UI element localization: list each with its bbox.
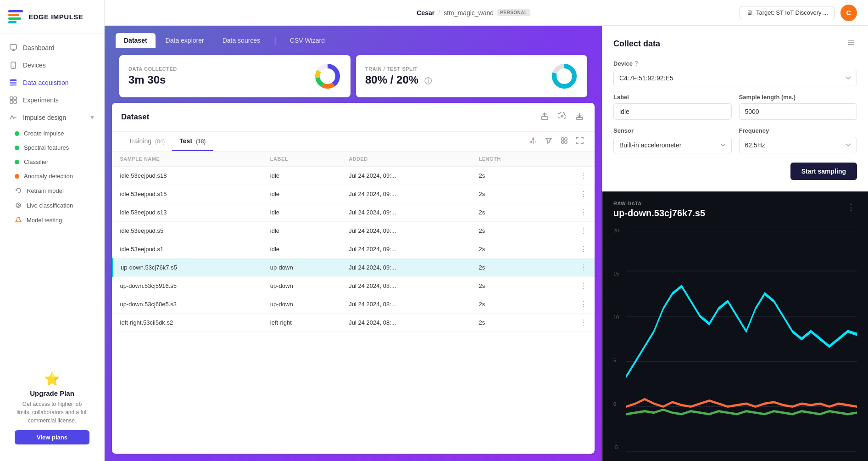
col-sample-name: SAMPLE NAME xyxy=(113,152,263,167)
stat-label-data-collected: DATA COLLECTED xyxy=(128,66,177,72)
table-row[interactable]: up-down.53cj76k7.s5 up-down Jul 24 2024,… xyxy=(113,259,595,277)
sidebar-item-create-impulse[interactable]: Create impulse xyxy=(0,126,104,141)
tab-dataset[interactable]: Dataset xyxy=(116,33,156,48)
cell-sample-name: left-right.53cii5dk.s2 xyxy=(113,314,263,332)
target-button[interactable]: 🖥 Target: ST IoT Discovery ... xyxy=(740,6,835,19)
cell-length: 2s xyxy=(472,295,549,314)
sidebar-item-experiments[interactable]: Experiments xyxy=(0,91,104,109)
label-input[interactable] xyxy=(613,103,732,120)
svg-rect-39 xyxy=(848,42,854,43)
table-row[interactable]: idle.53eejpud.s1 idle Jul 24 2024, 09:..… xyxy=(113,240,595,259)
select-all-button[interactable] xyxy=(559,135,570,148)
cell-sample-name: idle.53eejpud.s5 xyxy=(113,222,263,240)
cell-sample-name: up-down.53cj76k7.s5 xyxy=(113,259,263,277)
y-label-neg5: -5 xyxy=(613,444,619,450)
cell-menu[interactable]: ⋮ xyxy=(549,222,595,240)
device-select[interactable]: C4:7F:51:92:92:E5 xyxy=(613,70,857,86)
expand-button[interactable] xyxy=(574,135,585,148)
table-row[interactable]: idle.53eejpud.s18 idle Jul 24 2024, 09:.… xyxy=(113,167,595,185)
sidebar-item-anomaly-detection[interactable]: Anomaly detection xyxy=(0,169,104,183)
frequency-select[interactable]: 62.5Hz100Hz200Hz xyxy=(739,137,857,153)
tab-data-sources[interactable]: Data sources xyxy=(214,33,268,48)
training-count: (84) xyxy=(155,138,165,145)
cell-menu[interactable]: ⋮ xyxy=(549,167,595,185)
y-axis: 20 15 10 5 0 -5 xyxy=(613,226,619,452)
test-count: (18) xyxy=(196,138,206,145)
cell-label: idle xyxy=(263,185,341,203)
donut-chart-data-collected xyxy=(314,62,341,90)
cell-added: Jul 24 2024, 09:... xyxy=(341,240,471,259)
download-icon-button[interactable] xyxy=(573,110,585,124)
cell-sample-name: up-down.53cj5916.s5 xyxy=(113,277,263,295)
sidebar: EDGE IMPULSE Dashboard Devices Data acqu… xyxy=(0,0,105,461)
cloud-upload-icon-button[interactable] xyxy=(556,110,568,124)
sidebar-item-impulse-design[interactable]: Impulse design ▼ xyxy=(0,109,104,126)
sub-tab-test[interactable]: Test (18) xyxy=(172,132,213,151)
cell-added: Jul 24 2024, 09:... xyxy=(341,222,471,240)
cell-menu[interactable]: ⋮ xyxy=(549,314,595,332)
edge-impulse-logo-icon xyxy=(7,8,24,25)
sidebar-item-model-testing[interactable]: Model testing xyxy=(0,213,104,227)
sidebar-item-spectral-features[interactable]: Spectral features xyxy=(0,141,104,155)
topbar-project: stm_magic_wand xyxy=(444,9,494,17)
device-icon xyxy=(9,61,17,69)
cell-menu[interactable]: ⋮ xyxy=(549,240,595,259)
col-actions xyxy=(549,152,595,167)
y-label-20: 20 xyxy=(613,228,619,233)
monitor-icon xyxy=(9,44,17,52)
table-row[interactable]: idle.53eejpud.s5 idle Jul 24 2024, 09:..… xyxy=(113,222,595,240)
svg-rect-0 xyxy=(8,10,23,12)
cell-added: Jul 24 2024, 08:... xyxy=(341,277,471,295)
form-group-sensor: Sensor Built-in accelerometerBuilt-in mi… xyxy=(613,127,732,153)
sidebar-item-retrain-model[interactable]: Retrain model xyxy=(0,183,104,198)
upload-icon-button[interactable] xyxy=(539,110,551,124)
svg-rect-26 xyxy=(541,117,548,119)
sidebar-item-live-classification[interactable]: Live classification xyxy=(0,198,104,213)
sensor-select[interactable]: Built-in accelerometerBuilt-in microphon… xyxy=(613,137,732,153)
sidebar-item-data-acquisition[interactable]: Data acquisition xyxy=(0,74,104,91)
stat-label-train-test: TRAIN / TEST SPLIT xyxy=(365,66,432,72)
sidebar-item-devices[interactable]: Devices xyxy=(0,56,104,74)
table-row[interactable]: idle.53eejpud.s15 idle Jul 24 2024, 09:.… xyxy=(113,185,595,203)
cell-sample-name: idle.53eejpud.s15 xyxy=(113,185,263,203)
svg-rect-2 xyxy=(8,17,21,20)
svg-rect-36 xyxy=(562,141,564,143)
avatar[interactable]: C xyxy=(840,5,857,21)
cell-menu[interactable]: ⋮ xyxy=(549,277,595,295)
topbar: Cesar / stm_magic_wand PERSONAL 🖥 Target… xyxy=(105,0,868,26)
cell-menu[interactable]: ⋮ xyxy=(549,259,595,277)
upgrade-title: Upgrade Plan xyxy=(15,389,89,397)
topbar-right: 🖥 Target: ST IoT Discovery ... C xyxy=(740,5,857,21)
cell-menu[interactable]: ⋮ xyxy=(549,295,595,314)
form-group-label: Label xyxy=(613,94,732,120)
chart-area: 20 15 10 5 0 -5 xyxy=(613,226,857,452)
filter-options-button[interactable] xyxy=(528,135,539,148)
table-row[interactable]: up-down.53cj5916.s5 up-down Jul 24 2024,… xyxy=(113,277,595,295)
sample-length-label: Sample length (ms.) xyxy=(739,94,857,101)
sidebar-item-classifier[interactable]: Classifier xyxy=(0,155,104,169)
cell-menu[interactable]: ⋮ xyxy=(549,185,595,203)
svg-rect-11 xyxy=(10,84,17,86)
start-sampling-button[interactable]: Start sampling xyxy=(790,163,857,180)
table-row[interactable]: left-right.53cii5dk.s2 left-right Jul 24… xyxy=(113,314,595,332)
cell-label: up-down xyxy=(263,277,341,295)
table-row[interactable]: up-down.53cj60e5.s3 up-down Jul 24 2024,… xyxy=(113,295,595,314)
cell-added: Jul 24 2024, 08:... xyxy=(341,295,471,314)
main-content: Cesar / stm_magic_wand PERSONAL 🖥 Target… xyxy=(105,0,868,461)
cell-menu[interactable]: ⋮ xyxy=(549,203,595,222)
view-plans-button[interactable]: View plans xyxy=(15,430,89,444)
logo-container: EDGE IMPULSE xyxy=(0,0,104,34)
collect-settings-icon-button[interactable] xyxy=(845,37,857,51)
sidebar-item-dashboard[interactable]: Dashboard xyxy=(0,39,104,56)
table-row[interactable]: idle.53eejpud.s13 idle Jul 24 2024, 09:.… xyxy=(113,203,595,222)
sub-tab-training[interactable]: Training (84) xyxy=(121,132,172,151)
sample-length-input[interactable] xyxy=(739,103,857,120)
tab-csv-wizard[interactable]: CSV Wizard xyxy=(282,33,333,48)
dataset-title: Dataset xyxy=(121,112,149,122)
tab-separator: | xyxy=(274,36,276,45)
filter-button[interactable] xyxy=(543,135,554,148)
upgrade-card: ⭐ Upgrade Plan Get access to higher job … xyxy=(7,364,97,452)
cell-added: Jul 24 2024, 08:... xyxy=(341,314,471,332)
tab-data-explorer[interactable]: Data explorer xyxy=(157,33,212,48)
raw-data-menu-button[interactable]: ⋮ xyxy=(845,201,857,214)
